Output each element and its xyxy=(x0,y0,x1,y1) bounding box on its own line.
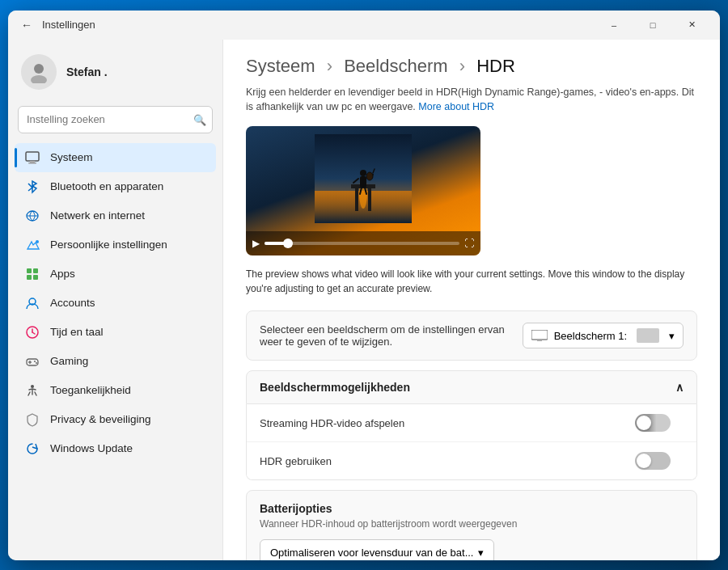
close-button[interactable]: ✕ xyxy=(673,12,710,38)
sidebar-item-systeem-label: Systeem xyxy=(50,151,93,163)
titlebar: ← Instellingen – □ ✕ xyxy=(8,11,720,40)
toggle-thumb xyxy=(637,416,651,430)
fullscreen-button[interactable]: ⛶ xyxy=(464,238,474,249)
sidebar-item-persoonlijk[interactable]: Persoonlijke instellingen xyxy=(15,230,216,260)
search-box: 🔍 xyxy=(18,106,213,133)
search-input[interactable] xyxy=(18,106,213,133)
progress-thumb xyxy=(283,239,293,248)
svg-point-0 xyxy=(34,64,44,74)
hdr-gebruiken-toggle-container xyxy=(635,452,671,470)
monitor-dropdown-value: Beeldscherm 1: xyxy=(554,330,627,342)
battery-dropdown-label: Optimaliseren voor levensduur van de bat… xyxy=(270,547,473,559)
sidebar-item-apps[interactable]: Apps xyxy=(15,260,216,289)
sidebar-item-bluetooth-label: Bluetooth en apparaten xyxy=(50,180,163,192)
sidebar-item-systeem[interactable]: Systeem xyxy=(15,143,216,172)
sidebar: Stefan . 🔍 Systeem Bl xyxy=(8,40,222,560)
svg-rect-24 xyxy=(355,187,358,211)
video-preview: ▶ ⛶ xyxy=(246,126,480,255)
breadcrumb-part3: HDR xyxy=(476,56,515,76)
more-about-hdr-link[interactable]: More about HDR xyxy=(418,101,494,112)
window-title: Instellingen xyxy=(42,19,95,31)
titlebar-left: ← Instellingen xyxy=(18,15,95,35)
monitor-icon xyxy=(531,330,548,341)
tijd-icon xyxy=(24,324,40,340)
svg-point-20 xyxy=(31,385,34,388)
sidebar-item-accounts[interactable]: Accounts xyxy=(15,289,216,318)
toggle-thumb-2 xyxy=(637,454,651,468)
svg-rect-4 xyxy=(28,163,36,164)
svg-rect-36 xyxy=(537,340,542,341)
breadcrumb-sep2: › xyxy=(459,56,465,76)
search-icon: 🔍 xyxy=(193,113,206,125)
hdr-gebruiken-toggle[interactable] xyxy=(635,452,671,470)
sidebar-item-gaming-label: Gaming xyxy=(50,355,88,367)
minimize-button[interactable]: – xyxy=(595,12,633,38)
gaming-icon xyxy=(24,353,40,369)
dropdown-chevron: ▾ xyxy=(669,330,675,342)
svg-rect-9 xyxy=(27,275,32,280)
capabilities-header[interactable]: Beeldschermmogelijkheden ∧ xyxy=(246,370,697,404)
settings-window: ← Instellingen – □ ✕ Stefan . xyxy=(8,11,720,560)
capabilities-section: Beeldschermmogelijkheden ∧ Streaming HDR… xyxy=(246,370,697,480)
svg-point-18 xyxy=(34,361,36,362)
svg-rect-25 xyxy=(368,187,371,211)
content-area: Stefan . 🔍 Systeem Bl xyxy=(8,40,720,560)
breadcrumb-part2: Beeldscherm xyxy=(344,56,447,76)
sidebar-item-bluetooth[interactable]: Bluetooth en apparaten xyxy=(15,172,216,201)
toegankelijkheid-icon xyxy=(24,382,40,399)
play-button[interactable]: ▶ xyxy=(252,238,260,249)
battery-section: Batterijopties Wanneer HDR-inhoud op bat… xyxy=(246,490,697,560)
sidebar-item-netwerk-label: Netwerk en internet xyxy=(50,209,145,222)
progress-bar[interactable] xyxy=(265,242,459,245)
accounts-icon xyxy=(24,295,40,311)
sidebar-item-tijd[interactable]: Tijd en taal xyxy=(15,318,216,347)
svg-point-33 xyxy=(366,172,373,180)
svg-rect-2 xyxy=(26,152,39,161)
sidebar-item-update[interactable]: Windows Update xyxy=(15,434,216,463)
sidebar-item-gaming[interactable]: Gaming xyxy=(15,347,216,376)
sidebar-item-update-label: Windows Update xyxy=(50,442,133,454)
nav-menu: Systeem Bluetooth en apparaten Netwerk e… xyxy=(15,143,216,463)
streaming-hdr-toggle[interactable] xyxy=(635,414,671,432)
capabilities-chevron: ∧ xyxy=(675,381,684,394)
preview-text: The preview shows what video will look l… xyxy=(246,267,697,296)
back-button[interactable]: ← xyxy=(18,15,36,35)
monitor-thumbnail xyxy=(637,328,659,343)
user-profile: Stefan . xyxy=(15,46,216,103)
netwerk-icon xyxy=(24,208,40,224)
svg-point-27 xyxy=(360,170,366,176)
main-content: Systeem › Beeldscherm › HDR Krijg een he… xyxy=(222,40,720,560)
video-figure xyxy=(246,126,480,231)
sidebar-item-toegankelijkheid[interactable]: Toegankelijkheid xyxy=(15,376,216,405)
svg-rect-7 xyxy=(27,268,32,273)
svg-rect-35 xyxy=(531,330,548,340)
svg-rect-8 xyxy=(33,268,38,273)
video-controls: ▶ ⛶ xyxy=(246,231,480,255)
sidebar-item-toegankelijkheid-label: Toegankelijkheid xyxy=(50,384,131,396)
battery-dropdown[interactable]: Optimaliseren voor levensduur van de bat… xyxy=(260,539,494,560)
apps-icon xyxy=(24,266,40,282)
battery-dropdown-chevron: ▾ xyxy=(478,547,484,559)
sidebar-item-tijd-label: Tijd en taal xyxy=(50,326,104,338)
breadcrumb-part1: Systeem xyxy=(246,56,315,76)
streaming-hdr-toggle-container xyxy=(635,414,671,432)
hdr-description: Krijg een helderder en levendiger beeld … xyxy=(246,85,697,116)
svg-line-14 xyxy=(32,332,35,334)
monitor-select-row: Selecteer een beeldscherm om de instelli… xyxy=(246,310,697,361)
video-content xyxy=(315,134,412,223)
hdr-gebruiken-row: HDR gebruiken xyxy=(247,442,696,479)
sidebar-item-privacy[interactable]: Privacy & beveiliging xyxy=(15,405,216,434)
capabilities-title: Beeldschermmogelijkheden xyxy=(260,381,410,394)
svg-rect-10 xyxy=(33,275,38,280)
update-icon xyxy=(24,441,40,457)
svg-rect-28 xyxy=(360,176,366,188)
svg-point-6 xyxy=(36,240,39,243)
maximize-button[interactable]: □ xyxy=(634,12,671,38)
sidebar-item-netwerk[interactable]: Netwerk en internet xyxy=(15,201,216,230)
monitor-select-label: Selecteer een beeldscherm om de instelli… xyxy=(260,323,518,348)
breadcrumb-sep1: › xyxy=(327,56,332,76)
persoonlijk-icon xyxy=(24,237,40,253)
svg-point-19 xyxy=(36,362,37,364)
streaming-hdr-label: Streaming HDR-video afspelen xyxy=(260,417,404,429)
monitor-dropdown[interactable]: Beeldscherm 1: ▾ xyxy=(523,323,684,348)
